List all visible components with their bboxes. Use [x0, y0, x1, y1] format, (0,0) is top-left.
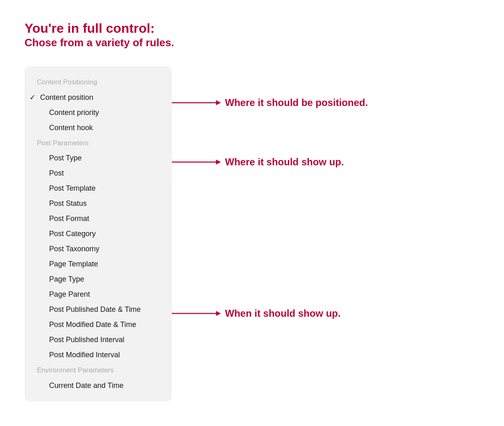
main-content: Content Positioning✓Content positionCont… — [25, 66, 479, 401]
menu-item[interactable]: Post Published Date & Time — [25, 302, 172, 317]
svg-marker-3 — [216, 160, 221, 165]
menu-item[interactable]: Post Category — [25, 226, 172, 241]
header-section: You're in full control: Chose from a var… — [25, 20, 479, 50]
headline: You're in full control: — [25, 20, 479, 36]
menu-item-label: Post Template — [49, 183, 96, 194]
subheadline: Chose from a variety of rules. — [25, 36, 479, 50]
menu-section-label: Content Positioning — [25, 74, 172, 90]
menu-item[interactable]: Page Type — [25, 272, 172, 287]
annotation-0: Where it should be positioned. — [172, 97, 368, 108]
menu-item-label: Post Published Date & Time — [49, 304, 141, 315]
menu-item-label: Page Type — [49, 274, 84, 285]
annotation-2: When it should show up. — [172, 308, 341, 319]
menu-item-label: Page Parent — [49, 289, 90, 300]
svg-marker-1 — [216, 100, 221, 105]
annotation-text: Where it should be positioned. — [225, 97, 368, 108]
menu-item[interactable]: Content priority — [25, 105, 172, 120]
menu-item-label: Page Template — [49, 259, 98, 270]
menu-item[interactable]: Post Status — [25, 196, 172, 211]
menu-item-label: Post Format — [49, 213, 89, 224]
menu-item-label: Post Modified Date & Time — [49, 319, 136, 330]
annotation-text: Where it should show up. — [225, 156, 344, 168]
menu-item[interactable]: Current Date and Time — [25, 378, 172, 393]
menu-item[interactable]: Page Template — [25, 257, 172, 272]
checkmark-icon: ✓ — [29, 92, 37, 103]
menu-section-label: Post Parameters — [25, 135, 172, 151]
menu-item-label: Content hook — [49, 122, 93, 133]
menu-item[interactable]: Post — [25, 166, 172, 181]
arrow-icon — [172, 309, 221, 318]
arrow-icon — [172, 98, 221, 108]
menu-panel: Content Positioning✓Content positionCont… — [25, 66, 172, 401]
menu-item-label: Current Date and Time — [49, 380, 124, 391]
menu-item[interactable]: Post Taxonomy — [25, 241, 172, 257]
menu-item[interactable]: Post Published Interval — [25, 332, 172, 347]
menu-item-label: Post Category — [49, 228, 96, 239]
annotation-1: Where it should show up. — [172, 156, 344, 168]
menu-item[interactable]: Post Template — [25, 181, 172, 196]
menu-item[interactable]: Post Modified Date & Time — [25, 317, 172, 332]
menu-item[interactable]: Content hook — [25, 120, 172, 135]
menu-item-label: Post Status — [49, 198, 87, 209]
menu-item[interactable]: Post Type — [25, 151, 172, 166]
menu-item-label: Post Modified Interval — [49, 349, 120, 361]
annotation-text: When it should show up. — [225, 308, 341, 319]
menu-item[interactable]: Post Modified Interval — [25, 347, 172, 363]
menu-item[interactable]: Page Parent — [25, 287, 172, 302]
menu-item-label: Post — [49, 168, 64, 179]
svg-marker-5 — [216, 311, 221, 316]
menu-item-label: Post Taxonomy — [49, 243, 99, 255]
menu-item[interactable]: Post Format — [25, 211, 172, 226]
arrow-icon — [172, 157, 221, 167]
menu-item-label: Post Type — [49, 153, 82, 164]
menu-item-label: Content position — [40, 92, 93, 103]
menu-item-label: Content priority — [49, 107, 99, 118]
menu-item[interactable]: ✓Content position — [25, 90, 172, 105]
menu-section-label: Environment Parameters — [25, 363, 172, 378]
menu-item-label: Post Published Interval — [49, 334, 124, 345]
